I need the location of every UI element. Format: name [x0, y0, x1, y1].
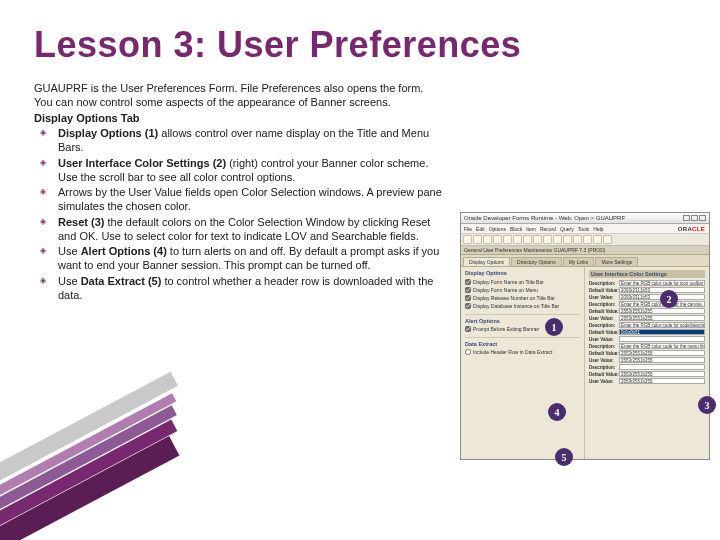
- field-value[interactable]: Enter the RGB color code for the menu li…: [619, 343, 705, 349]
- tool-icon[interactable]: [473, 235, 482, 244]
- field-label: Default Value:: [589, 309, 619, 314]
- menu-item[interactable]: Tools: [578, 226, 590, 232]
- tool-icon[interactable]: [523, 235, 532, 244]
- menu-item[interactable]: Query: [560, 226, 574, 232]
- tab-my-links[interactable]: My Links: [563, 257, 595, 266]
- field-value[interactable]: 2553r2551b255: [619, 315, 705, 321]
- field-row: User Value:2553r2551b255: [589, 378, 705, 384]
- field-label: User Value:: [589, 337, 619, 342]
- section-title: User Interface Color Settings: [589, 270, 705, 278]
- menu-item[interactable]: Record: [540, 226, 556, 232]
- tool-icon[interactable]: [463, 235, 472, 244]
- menu-item[interactable]: Item: [526, 226, 536, 232]
- tool-icon[interactable]: [553, 235, 562, 244]
- window-title: Oracle Developer Forms Runtime - Web: Op…: [464, 215, 625, 221]
- tool-icon[interactable]: [563, 235, 572, 244]
- checkbox-label: Display Database Instance on Title Bar: [473, 303, 559, 309]
- window-titlebar: Oracle Developer Forms Runtime - Web: Op…: [461, 213, 709, 224]
- checkbox-label: Display Release Number on Title Bar: [473, 295, 555, 301]
- menu-item[interactable]: Help: [593, 226, 603, 232]
- checkbox[interactable]: [465, 349, 471, 355]
- field-value[interactable]: Enter the RGB color code for icon toolba…: [619, 280, 705, 286]
- window-controls[interactable]: [682, 215, 706, 222]
- field-label: User Value:: [589, 295, 619, 300]
- maximize-icon[interactable]: [691, 215, 698, 221]
- callout-2: 2: [660, 290, 678, 308]
- section-title: Display Options: [465, 270, 580, 276]
- tab-display-options[interactable]: Display Options: [463, 257, 510, 266]
- field-value[interactable]: 2553r2551b255: [619, 308, 705, 314]
- minimize-icon[interactable]: [683, 215, 690, 221]
- right-pane: User Interface Color Settings Descriptio…: [585, 267, 709, 459]
- subheading: Display Options Tab: [34, 112, 444, 126]
- tool-icon[interactable]: [533, 235, 542, 244]
- field-row: Default Value:0r0g0b51: [589, 329, 705, 335]
- tool-icon[interactable]: [493, 235, 502, 244]
- list-item: Use Data Extract (5) to control whether …: [40, 275, 444, 303]
- checkbox-label: Display Form Name on Menu: [473, 287, 538, 293]
- field-row: Description:Enter the RGB color code for…: [589, 280, 705, 286]
- field-value[interactable]: 2553r2551b255: [619, 371, 705, 377]
- callout-3: 3: [698, 396, 716, 414]
- left-pane: Display Options Display Form Name on Tit…: [461, 267, 585, 459]
- menu-item[interactable]: Block: [510, 226, 522, 232]
- field-label: Default Value:: [589, 351, 619, 356]
- app-window: Oracle Developer Forms Runtime - Web: Op…: [460, 212, 710, 460]
- tool-icon[interactable]: [583, 235, 592, 244]
- field-row: Description:Enter the RGB color code for…: [589, 343, 705, 349]
- callout-1: 1: [545, 318, 563, 336]
- field-row: User Value:: [589, 336, 705, 342]
- field-row: Description:Enter the RGB color code for…: [589, 322, 705, 328]
- field-value[interactable]: 2553r2551b255: [619, 378, 705, 384]
- field-row: Default Value:2553r2551b255: [589, 350, 705, 356]
- section-title: Data Extract: [465, 337, 580, 347]
- list-item: Display Options (1) allows control over …: [40, 127, 444, 155]
- oracle-logo: ORACLE: [678, 226, 705, 232]
- field-label: User Value:: [589, 358, 619, 363]
- field-value[interactable]: 0r0g0b51: [619, 329, 705, 335]
- checkbox-label: Prompt Before Exiting Banner: [473, 326, 539, 332]
- checkbox[interactable]: [465, 303, 471, 309]
- field-value[interactable]: [619, 336, 705, 342]
- field-label: User Value:: [589, 316, 619, 321]
- field-value[interactable]: [619, 364, 705, 370]
- body-text: GUAUPRF is the User Preferences Form. Fi…: [34, 82, 444, 304]
- tab-more-settings[interactable]: More Settings: [595, 257, 638, 266]
- field-row: User Value:2553r2551b255: [589, 357, 705, 363]
- tool-icon[interactable]: [603, 235, 612, 244]
- field-label: Default Value:: [589, 372, 619, 377]
- checkbox[interactable]: [465, 326, 471, 332]
- field-value[interactable]: 2553r2551b255: [619, 350, 705, 356]
- toolbar[interactable]: [461, 234, 709, 246]
- decorative-stripes: [0, 450, 180, 540]
- field-value[interactable]: 2553r2551b255: [619, 357, 705, 363]
- field-value[interactable]: Enter the RGB color code for code/descri…: [619, 322, 705, 328]
- field-label: Description:: [589, 281, 619, 286]
- close-icon[interactable]: [699, 215, 706, 221]
- checkbox-label: Display Form Name on Title Bar: [473, 279, 544, 285]
- tab-directory-options[interactable]: Directory Options: [511, 257, 562, 266]
- callout-4: 4: [548, 403, 566, 421]
- tool-icon[interactable]: [543, 235, 552, 244]
- field-row: Default Value:2553r2551b255: [589, 371, 705, 377]
- field-row: Default Value:2553r2551b255: [589, 308, 705, 314]
- tool-icon[interactable]: [573, 235, 582, 244]
- slide-title: Lesson 3: User Preferences: [34, 24, 686, 66]
- list-item: User Interface Color Settings (2) (right…: [40, 157, 444, 185]
- intro-paragraph: GUAUPRF is the User Preferences Form. Fi…: [34, 82, 444, 110]
- menu-item[interactable]: Edit: [476, 226, 485, 232]
- checkbox-label: Include Header Row in Data Extract: [473, 349, 552, 355]
- field-label: User Value:: [589, 379, 619, 384]
- tool-icon[interactable]: [593, 235, 602, 244]
- menu-bar[interactable]: File Edit Options Block Item Record Quer…: [461, 224, 709, 234]
- checkbox[interactable]: [465, 295, 471, 301]
- checkbox[interactable]: [465, 279, 471, 285]
- tab-strip[interactable]: Display Options Directory Options My Lin…: [461, 255, 709, 267]
- menu-item[interactable]: Options: [489, 226, 506, 232]
- checkbox[interactable]: [465, 287, 471, 293]
- menu-item[interactable]: File: [464, 226, 472, 232]
- field-label: Description:: [589, 365, 619, 370]
- tool-icon[interactable]: [513, 235, 522, 244]
- tool-icon[interactable]: [503, 235, 512, 244]
- tool-icon[interactable]: [483, 235, 492, 244]
